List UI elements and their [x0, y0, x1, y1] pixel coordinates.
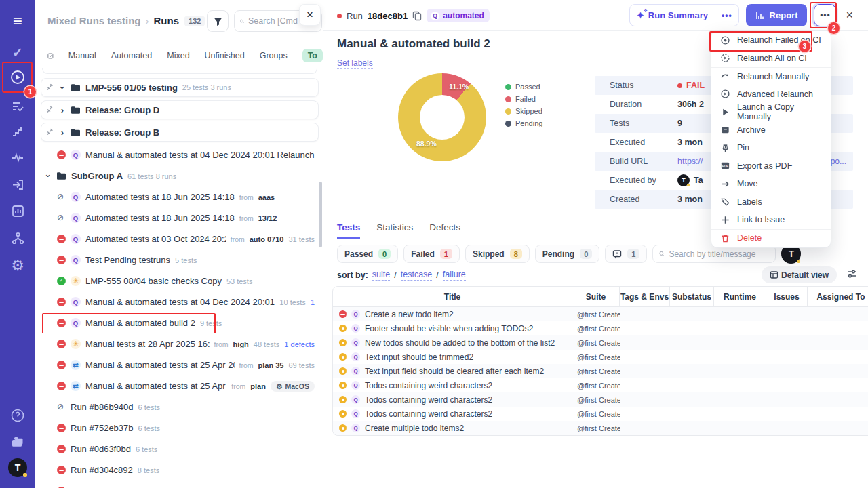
- set-labels-link[interactable]: Set labels: [337, 58, 373, 69]
- menu-item-labels[interactable]: Labels: [711, 193, 831, 211]
- run-list-item[interactable]: › SubGroup A 61 tests 8 runs ⚙: [41, 166, 319, 186]
- breadcrumb-project[interactable]: Mixed Runs testing: [47, 15, 141, 26]
- menu-item-advanced-relaunch[interactable]: Advanced Relaunch: [711, 85, 831, 104]
- menu-item-export-pdf[interactable]: PDF Export as PDF: [711, 157, 831, 176]
- tab-manual[interactable]: Manual: [68, 51, 96, 60]
- test-row[interactable]: Todos containing weird characters2 @firs…: [333, 378, 868, 392]
- test-row[interactable]: New todos should be added to the bottom …: [333, 336, 868, 350]
- test-row[interactable]: Text input should be trimmed2 @first Cre…: [333, 350, 868, 364]
- details-tab[interactable]: Tests: [337, 222, 360, 239]
- menu-item-pin[interactable]: Pin: [711, 139, 831, 157]
- column-header-assigned[interactable]: Assigned To: [808, 287, 868, 306]
- status-filter-chip[interactable]: Pending 0: [535, 245, 599, 263]
- chevron-icon[interactable]: ›: [59, 105, 66, 115]
- tab-automated[interactable]: Automated: [111, 51, 152, 60]
- sort-suite-link[interactable]: suite: [372, 270, 390, 281]
- tests-search-input[interactable]: [669, 249, 769, 259]
- menu-item-link-issue[interactable]: Link to Issue: [711, 211, 831, 229]
- tab-today-pill[interactable]: To: [302, 49, 323, 62]
- copy-icon[interactable]: [412, 11, 422, 21]
- activity-icon[interactable]: [0, 147, 35, 167]
- run-list-item[interactable]: › Run #752eb37b 6 tests ⚙: [41, 418, 319, 438]
- column-header-substatus[interactable]: Substatus: [670, 287, 714, 306]
- filter-button[interactable]: [207, 10, 229, 32]
- sidebar-avatar[interactable]: T: [0, 458, 35, 478]
- status-filter-chip[interactable]: Passed 0: [337, 245, 398, 263]
- run-summary-more-button[interactable]: •••: [715, 6, 738, 25]
- details-tab[interactable]: Defects: [429, 222, 460, 239]
- menu-item-archive[interactable]: Archive: [711, 121, 831, 140]
- gear-icon[interactable]: ⚙: [0, 256, 35, 276]
- tab-unfinished[interactable]: Unfinished: [205, 51, 245, 60]
- run-list-item[interactable]: › Run #26d30145 5 tests ⚙: [41, 481, 319, 488]
- menu-item-relaunch-manually[interactable]: Relaunch Manually: [711, 67, 831, 85]
- menu-item-relaunch-all[interactable]: Relaunch All on CI: [711, 49, 831, 68]
- run-list-item[interactable]: › Release: Group B ⚙: [41, 123, 319, 142]
- test-row[interactable]: Todos containing weird characters2 @firs…: [333, 407, 868, 421]
- folders-icon[interactable]: [0, 432, 35, 452]
- details-tab[interactable]: Statistics: [376, 222, 413, 239]
- run-list-item[interactable]: › Manual & automated tests at 04 Dec 202…: [41, 292, 319, 312]
- run-defects-link[interactable]: 1 defects: [284, 340, 315, 348]
- help-icon[interactable]: [0, 405, 35, 426]
- run-list-item[interactable]: › Release: Group D ⚙: [41, 100, 319, 119]
- close-run-button[interactable]: ×: [843, 8, 853, 22]
- steps-icon[interactable]: [0, 121, 35, 142]
- status-filter-chip[interactable]: Failed 1: [403, 245, 460, 263]
- run-list-item[interactable]: › Automated tests at 03 Oct 2024 20:25 f…: [41, 229, 319, 249]
- tab-groups[interactable]: Groups: [260, 51, 288, 60]
- run-list-item[interactable]: › Manual & automated tests at 25 Apr 202…: [41, 355, 319, 375]
- build-url-link[interactable]: https://: [677, 157, 703, 166]
- column-header-issues[interactable]: Issues: [766, 287, 808, 306]
- menu-item-relaunch-failed[interactable]: Relaunch Failed on CI: [711, 31, 831, 49]
- report-button[interactable]: Report: [746, 4, 808, 26]
- run-list-item[interactable]: › Test Pending testruns 5 tests ⚙: [41, 250, 319, 270]
- run-list-item[interactable]: › Automated tests at 18 Jun 2025 14:18 f…: [41, 187, 319, 207]
- select-all-icon[interactable]: [47, 51, 54, 61]
- comments-filter-chip[interactable]: 1: [605, 245, 647, 263]
- chevron-icon[interactable]: ›: [43, 173, 54, 180]
- sort-failure-link[interactable]: failure: [443, 270, 466, 281]
- column-header-tags[interactable]: Tags & Envs: [620, 287, 670, 306]
- column-header-runtime[interactable]: Runtime: [714, 287, 766, 306]
- test-row[interactable]: Text input field should be cleared after…: [333, 364, 868, 378]
- status-filter-chip[interactable]: Skipped 8: [465, 245, 530, 263]
- check-icon[interactable]: ✓: [0, 42, 35, 62]
- menu-item-move[interactable]: Move: [711, 175, 831, 193]
- menu-icon[interactable]: ≡: [0, 11, 35, 31]
- run-list-item[interactable]: › Manual & automated tests at 25 Apr 202…: [41, 376, 319, 396]
- panel-close-button[interactable]: ×: [299, 4, 321, 26]
- run-list-item[interactable]: › LMP-556 01/05 testing 25 tests 3 runs …: [41, 78, 319, 97]
- list-check-icon[interactable]: [0, 96, 35, 117]
- sign-in-icon[interactable]: [0, 174, 35, 195]
- tab-mixed[interactable]: Mixed: [167, 51, 189, 60]
- run-list-item[interactable]: › Manual & automated build 2 9 tests ⚙: [41, 313, 319, 333]
- chevron-icon[interactable]: ›: [59, 127, 66, 138]
- run-list-item[interactable]: › Manual & automated tests at 04 Dec 202…: [41, 145, 319, 165]
- run-list-item[interactable]: › Manual tests at 28 Apr 2025 16:50 from…: [41, 334, 319, 354]
- menu-item-delete[interactable]: Delete: [711, 229, 831, 247]
- play-circle-icon[interactable]: [0, 67, 35, 87]
- test-row[interactable]: Create a new todo item2 @first Create ..…: [333, 307, 868, 321]
- column-header-title[interactable]: Title: [333, 287, 572, 306]
- sort-testcase-link[interactable]: testcase: [401, 270, 433, 281]
- scrollbar-thumb[interactable]: [319, 182, 322, 247]
- run-list-item[interactable]: › Run #b86b940d 6 tests ⚙: [41, 397, 319, 417]
- column-header-suite[interactable]: Suite: [572, 287, 620, 306]
- run-list-item[interactable]: › LMP-555 08/04 basic checks Copy 53 tes…: [41, 271, 319, 291]
- test-row[interactable]: Todos containing weird characters2 @firs…: [333, 392, 868, 407]
- run-summary-button[interactable]: ✦✧ Run Summary •••: [629, 4, 739, 26]
- column-settings-icon[interactable]: [846, 268, 857, 281]
- test-row[interactable]: Create multiple todo items2 @first Creat…: [333, 421, 868, 435]
- bar-chart-icon[interactable]: [0, 201, 35, 221]
- default-view-button[interactable]: Default view: [762, 266, 837, 283]
- menu-item-launch-copy[interactable]: Launch a Copy Manually: [711, 103, 831, 121]
- chevron-icon[interactable]: ›: [58, 84, 68, 91]
- build-url-link-end[interactable]: po...: [831, 157, 846, 166]
- run-list-item[interactable]: › Automated tests at 18 Jun 2025 14:18 f…: [41, 208, 319, 228]
- run-defects-link[interactable]: 1: [311, 298, 315, 306]
- test-row[interactable]: Footer should be visible when adding TOD…: [333, 321, 868, 336]
- run-list-item[interactable]: › Run #d304c892 8 tests ⚙: [41, 460, 319, 480]
- branch-icon[interactable]: [0, 228, 35, 248]
- run-list-item[interactable]: › Run #0d63f0bd 6 tests ⚙: [41, 439, 319, 459]
